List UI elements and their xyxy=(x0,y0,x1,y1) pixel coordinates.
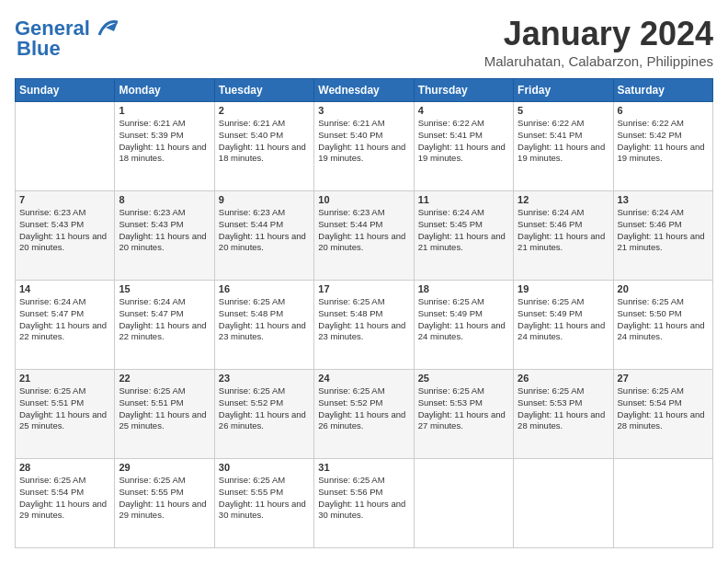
calendar-cell: 11 Sunrise: 6:24 AM Sunset: 5:45 PM Dayl… xyxy=(414,191,513,281)
cell-content: Sunrise: 6:25 AM Sunset: 5:48 PM Dayligh… xyxy=(219,296,310,343)
calendar-cell: 12 Sunrise: 6:24 AM Sunset: 5:46 PM Dayl… xyxy=(514,191,613,281)
sunrise-text: Sunrise: 6:25 AM xyxy=(518,296,609,308)
daylight-text: Daylight: 11 hours and 28 minutes. xyxy=(618,409,709,433)
page: General Blue January 2024 Malaruhatan, C… xyxy=(0,0,728,563)
calendar-week-3: 21 Sunrise: 6:25 AM Sunset: 5:51 PM Dayl… xyxy=(16,370,713,459)
day-number: 17 xyxy=(318,283,409,294)
day-number: 20 xyxy=(618,283,709,294)
logo-icon xyxy=(92,15,119,42)
sunrise-text: Sunrise: 6:25 AM xyxy=(219,296,310,308)
daylight-text: Daylight: 11 hours and 21 minutes. xyxy=(618,231,709,255)
sunrise-text: Sunrise: 6:25 AM xyxy=(418,296,509,308)
daylight-text: Daylight: 11 hours and 25 minutes. xyxy=(119,409,210,433)
sunset-text: Sunset: 5:53 PM xyxy=(518,397,609,409)
cell-content: Sunrise: 6:25 AM Sunset: 5:48 PM Dayligh… xyxy=(318,296,409,343)
sunset-text: Sunset: 5:49 PM xyxy=(518,308,609,320)
sunset-text: Sunset: 5:45 PM xyxy=(418,219,509,231)
cell-content: Sunrise: 6:25 AM Sunset: 5:55 PM Dayligh… xyxy=(219,475,310,522)
sunset-text: Sunset: 5:40 PM xyxy=(318,130,409,142)
sunrise-text: Sunrise: 6:25 AM xyxy=(618,385,709,397)
cell-content: Sunrise: 6:25 AM Sunset: 5:49 PM Dayligh… xyxy=(518,296,609,343)
calendar-cell: 24 Sunrise: 6:25 AM Sunset: 5:52 PM Dayl… xyxy=(314,370,414,459)
sunrise-text: Sunrise: 6:21 AM xyxy=(318,118,409,130)
calendar-cell: 17 Sunrise: 6:25 AM Sunset: 5:48 PM Dayl… xyxy=(314,281,414,370)
cell-content: Sunrise: 6:22 AM Sunset: 5:42 PM Dayligh… xyxy=(618,118,709,165)
calendar-cell: 30 Sunrise: 6:25 AM Sunset: 5:55 PM Dayl… xyxy=(214,459,313,548)
calendar-cell: 22 Sunrise: 6:25 AM Sunset: 5:51 PM Dayl… xyxy=(115,370,214,459)
sunset-text: Sunset: 5:43 PM xyxy=(119,219,210,231)
day-number: 8 xyxy=(119,194,210,205)
calendar-cell: 19 Sunrise: 6:25 AM Sunset: 5:49 PM Dayl… xyxy=(514,281,613,370)
sunset-text: Sunset: 5:56 PM xyxy=(318,487,409,499)
sunrise-text: Sunrise: 6:23 AM xyxy=(318,207,409,219)
sunset-text: Sunset: 5:46 PM xyxy=(518,219,609,231)
calendar-cell: 13 Sunrise: 6:24 AM Sunset: 5:46 PM Dayl… xyxy=(613,191,712,281)
daylight-text: Daylight: 11 hours and 19 minutes. xyxy=(318,142,409,166)
sunrise-text: Sunrise: 6:24 AM xyxy=(618,207,709,219)
sunset-text: Sunset: 5:55 PM xyxy=(119,487,210,499)
sunrise-text: Sunrise: 6:25 AM xyxy=(219,475,310,487)
cell-content: Sunrise: 6:25 AM Sunset: 5:54 PM Dayligh… xyxy=(618,385,709,432)
calendar-cell: 7 Sunrise: 6:23 AM Sunset: 5:43 PM Dayli… xyxy=(16,191,115,281)
day-number: 1 xyxy=(119,105,210,116)
header: General Blue January 2024 Malaruhatan, C… xyxy=(15,15,713,69)
cell-content: Sunrise: 6:21 AM Sunset: 5:40 PM Dayligh… xyxy=(318,118,409,165)
month-title: January 2024 xyxy=(484,15,713,53)
day-number: 2 xyxy=(219,105,310,116)
col-tuesday: Tuesday xyxy=(214,79,313,102)
calendar-cell: 29 Sunrise: 6:25 AM Sunset: 5:55 PM Dayl… xyxy=(115,459,214,548)
cell-content: Sunrise: 6:24 AM Sunset: 5:45 PM Dayligh… xyxy=(418,207,509,254)
col-thursday: Thursday xyxy=(414,79,513,102)
cell-content: Sunrise: 6:24 AM Sunset: 5:47 PM Dayligh… xyxy=(119,296,210,343)
day-number: 22 xyxy=(119,373,210,384)
cell-content: Sunrise: 6:25 AM Sunset: 5:50 PM Dayligh… xyxy=(618,296,709,343)
logo: General Blue xyxy=(15,15,119,61)
daylight-text: Daylight: 11 hours and 23 minutes. xyxy=(219,320,310,344)
sunset-text: Sunset: 5:51 PM xyxy=(119,397,210,409)
sunrise-text: Sunrise: 6:25 AM xyxy=(518,385,609,397)
sunrise-text: Sunrise: 6:25 AM xyxy=(318,385,409,397)
sunrise-text: Sunrise: 6:24 AM xyxy=(19,296,110,308)
day-number: 27 xyxy=(618,373,709,384)
sunrise-text: Sunrise: 6:25 AM xyxy=(19,475,110,487)
daylight-text: Daylight: 11 hours and 20 minutes. xyxy=(119,231,210,255)
sunset-text: Sunset: 5:53 PM xyxy=(418,397,509,409)
calendar-cell: 15 Sunrise: 6:24 AM Sunset: 5:47 PM Dayl… xyxy=(115,281,214,370)
sunrise-text: Sunrise: 6:25 AM xyxy=(318,475,409,487)
daylight-text: Daylight: 11 hours and 20 minutes. xyxy=(318,231,409,255)
cell-content: Sunrise: 6:23 AM Sunset: 5:43 PM Dayligh… xyxy=(119,207,210,254)
day-number: 9 xyxy=(219,194,310,205)
sunrise-text: Sunrise: 6:23 AM xyxy=(119,207,210,219)
col-monday: Monday xyxy=(115,79,214,102)
cell-content: Sunrise: 6:25 AM Sunset: 5:52 PM Dayligh… xyxy=(219,385,310,432)
daylight-text: Daylight: 11 hours and 28 minutes. xyxy=(518,409,609,433)
location: Malaruhatan, Calabarzon, Philippines xyxy=(484,53,713,69)
calendar-cell: 16 Sunrise: 6:25 AM Sunset: 5:48 PM Dayl… xyxy=(214,281,313,370)
calendar-cell: 23 Sunrise: 6:25 AM Sunset: 5:52 PM Dayl… xyxy=(214,370,313,459)
cell-content: Sunrise: 6:25 AM Sunset: 5:49 PM Dayligh… xyxy=(418,296,509,343)
calendar-cell: 28 Sunrise: 6:25 AM Sunset: 5:54 PM Dayl… xyxy=(16,459,115,548)
sunset-text: Sunset: 5:49 PM xyxy=(418,308,509,320)
sunrise-text: Sunrise: 6:22 AM xyxy=(518,118,609,130)
day-number: 11 xyxy=(418,194,509,205)
daylight-text: Daylight: 11 hours and 24 minutes. xyxy=(618,320,709,344)
sunset-text: Sunset: 5:44 PM xyxy=(318,219,409,231)
col-sunday: Sunday xyxy=(16,79,115,102)
col-friday: Friday xyxy=(514,79,613,102)
daylight-text: Daylight: 11 hours and 24 minutes. xyxy=(518,320,609,344)
sunrise-text: Sunrise: 6:25 AM xyxy=(19,385,110,397)
sunset-text: Sunset: 5:47 PM xyxy=(19,308,110,320)
day-number: 5 xyxy=(518,105,609,116)
header-row: Sunday Monday Tuesday Wednesday Thursday… xyxy=(16,79,713,102)
daylight-text: Daylight: 11 hours and 27 minutes. xyxy=(418,409,509,433)
day-number: 12 xyxy=(518,194,609,205)
calendar: Sunday Monday Tuesday Wednesday Thursday… xyxy=(15,78,713,548)
calendar-cell xyxy=(16,102,115,191)
daylight-text: Daylight: 11 hours and 19 minutes. xyxy=(618,142,709,166)
calendar-week-0: 1 Sunrise: 6:21 AM Sunset: 5:39 PM Dayli… xyxy=(16,102,713,191)
sunrise-text: Sunrise: 6:25 AM xyxy=(119,385,210,397)
daylight-text: Daylight: 11 hours and 22 minutes. xyxy=(19,320,110,344)
cell-content: Sunrise: 6:24 AM Sunset: 5:47 PM Dayligh… xyxy=(19,296,110,343)
sunrise-text: Sunrise: 6:21 AM xyxy=(219,118,310,130)
daylight-text: Daylight: 11 hours and 23 minutes. xyxy=(318,320,409,344)
